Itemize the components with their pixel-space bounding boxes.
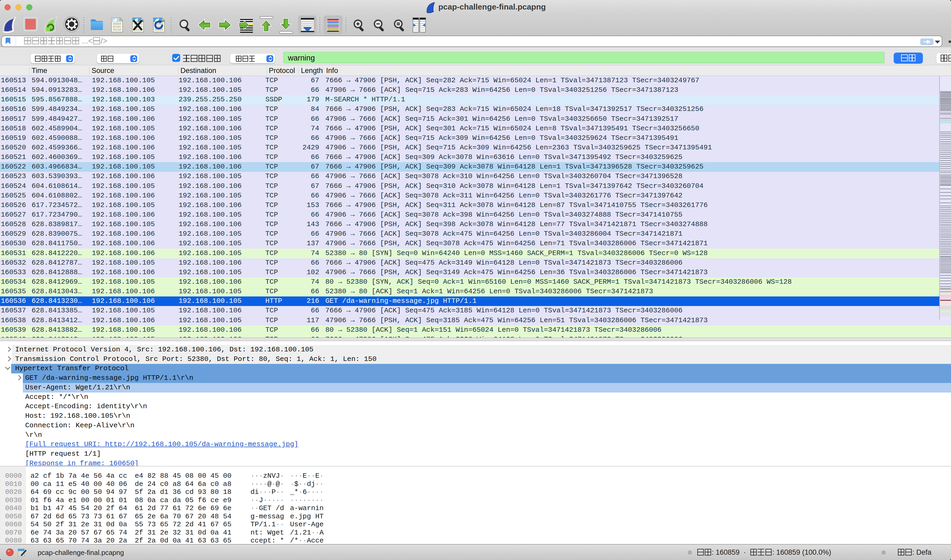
- svg-text:01110: 01110: [113, 28, 121, 31]
- svg-text:01101: 01101: [113, 26, 121, 28]
- svg-text:01010: 01010: [113, 23, 121, 26]
